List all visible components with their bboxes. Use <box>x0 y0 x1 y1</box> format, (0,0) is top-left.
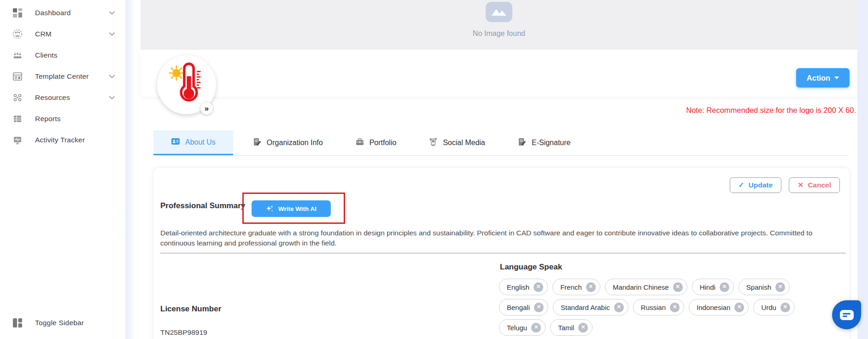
license-number-input[interactable]: TN25BP98919 <box>160 328 207 337</box>
language-chip-label: Telugu <box>507 324 527 332</box>
cover-image-banner: No Image found <box>141 0 857 50</box>
remove-language-icon[interactable]: ✕ <box>780 303 790 312</box>
thermometer-sun-logo <box>162 60 211 110</box>
sidebar-item-activity-tracker[interactable]: Activity Tracker <box>0 129 125 151</box>
tab-e-signature[interactable]: E-Signature <box>504 130 584 155</box>
remove-language-icon[interactable]: ✕ <box>734 303 744 312</box>
cancel-button[interactable]: ✕ Cancel <box>789 177 840 193</box>
language-chip-hindi: Hindi✕ <box>692 279 734 295</box>
language-chip-label: Spanish <box>746 283 771 291</box>
tab-label: About Us <box>185 138 216 146</box>
language-chip-label: Standard Arabic <box>561 304 610 311</box>
toggle-sidebar-label: Toggle Sidebar <box>35 319 115 327</box>
language-chip-label: Tamil <box>558 324 574 332</box>
cancel-button-label: Cancel <box>808 181 831 189</box>
remove-language-icon[interactable]: ✕ <box>534 282 543 292</box>
tab-organization-info[interactable]: Organization Info <box>240 130 336 155</box>
sidebar-item-label: Reports <box>35 115 115 123</box>
update-button[interactable]: ✓ Update <box>730 177 782 193</box>
portfolio-icon <box>355 137 364 148</box>
activity-tracker-icon <box>12 134 23 146</box>
language-chip-standard-arabic: Standard Arabic✕ <box>553 299 628 316</box>
language-chip-mandarin-chinese: Mandarin Chinese✕ <box>605 279 687 295</box>
toggle-sidebar-icon <box>12 317 23 328</box>
crm-icon <box>12 29 23 40</box>
sidebar-item-label: CRM <box>35 30 109 38</box>
sidebar-item-label: Activity Tracker <box>35 136 115 144</box>
expand-logo-button[interactable]: » <box>200 102 213 115</box>
language-chip-russian: Russian✕ <box>633 299 684 316</box>
profile-tabs: About UsOrganization InfoPortfolioSocial… <box>153 130 849 156</box>
remove-language-icon[interactable]: ✕ <box>586 282 596 292</box>
image-placeholder-icon <box>486 2 512 22</box>
template-center-icon <box>12 71 23 82</box>
sidebar-item-dashboard[interactable]: Dashboard <box>0 2 125 23</box>
language-chip-label: Indonesian <box>697 304 730 311</box>
resources-icon <box>12 92 23 103</box>
summary-underline <box>160 253 846 253</box>
sidebar-item-label: Clients <box>35 51 115 59</box>
update-button-label: Update <box>749 181 773 189</box>
action-button[interactable]: Action <box>796 68 850 88</box>
language-speak-label: Language Speak <box>500 263 562 272</box>
remove-language-icon[interactable]: ✕ <box>673 282 683 292</box>
no-image-text: No Image found <box>473 29 525 38</box>
language-chip-indonesian: Indonesian✕ <box>689 299 749 316</box>
page-background-strip <box>857 0 868 339</box>
dashboard-icon <box>12 7 23 18</box>
tab-social-media[interactable]: Social Media <box>416 130 498 155</box>
reports-icon <box>12 113 23 124</box>
sidebar-item-crm[interactable]: CRM <box>0 23 125 45</box>
language-chip-label: Hindi <box>700 283 716 291</box>
sidebar-item-clients[interactable]: Clients <box>0 45 125 66</box>
sidebar-item-resources[interactable]: Resources <box>0 87 125 108</box>
remove-language-icon[interactable]: ✕ <box>578 323 588 333</box>
e-signature-icon <box>517 137 527 148</box>
close-icon: ✕ <box>798 181 803 189</box>
double-chevron-right-icon: » <box>205 104 209 113</box>
tab-label: Social Media <box>443 139 485 147</box>
professional-summary-field[interactable]: Detail-oriented architecture graduate wi… <box>160 228 827 248</box>
check-icon: ✓ <box>739 181 745 189</box>
action-button-label: Action <box>807 74 830 82</box>
tab-label: Organization Info <box>267 139 323 147</box>
sparkles-icon <box>266 205 274 213</box>
write-with-ai-button[interactable]: Write With AI <box>252 200 331 217</box>
profile-header <box>141 50 857 97</box>
sidebar-item-reports[interactable]: Reports <box>0 108 125 129</box>
caret-down-icon <box>834 76 839 79</box>
language-chip-label: English <box>507 283 529 291</box>
sidebar-item-label: Dashboard <box>35 9 109 17</box>
language-chip-french: French✕ <box>552 279 600 295</box>
language-chip-label: French <box>560 283 582 291</box>
organization-info-icon <box>252 137 262 148</box>
remove-language-icon[interactable]: ✕ <box>531 323 541 333</box>
remove-language-icon[interactable]: ✕ <box>775 282 785 292</box>
chevron-down-icon <box>109 75 115 78</box>
toggle-sidebar-button[interactable]: Toggle Sidebar <box>0 312 125 333</box>
language-chip-tamil: Tamil✕ <box>550 319 592 336</box>
remove-language-icon[interactable]: ✕ <box>670 303 680 312</box>
language-chip-label: Bengali <box>507 304 530 311</box>
clients-icon <box>12 50 23 61</box>
remove-language-icon[interactable]: ✕ <box>614 303 624 312</box>
tab-label: Portfolio <box>369 139 397 147</box>
sidebar-item-template-center[interactable]: Template Center <box>0 66 125 87</box>
remove-language-icon[interactable]: ✕ <box>534 303 544 312</box>
tab-portfolio[interactable]: Portfolio <box>342 130 410 155</box>
language-chip-telugu: Telugu✕ <box>499 319 545 336</box>
language-chip-label: Mandarin Chinese <box>613 283 669 291</box>
language-chip-spanish: Spanish✕ <box>739 279 790 295</box>
chat-bubble-icon <box>840 310 854 320</box>
sidebar-item-label: Resources <box>35 94 109 102</box>
sidebar: DashboardCRMClientsTemplate CenterResour… <box>0 0 125 339</box>
chevron-down-icon <box>109 96 115 99</box>
chat-widget-button[interactable] <box>832 300 861 329</box>
language-chip-english: English✕ <box>499 279 548 295</box>
about-us-icon <box>171 137 180 148</box>
tab-label: E-Signature <box>532 139 571 147</box>
remove-language-icon[interactable]: ✕ <box>720 282 729 292</box>
tab-about-us[interactable]: About Us <box>153 130 233 155</box>
about-us-panel: ✓ Update ✕ Cancel Professional Summary W… <box>153 168 849 339</box>
language-chip-urdu: Urdu✕ <box>753 299 795 316</box>
